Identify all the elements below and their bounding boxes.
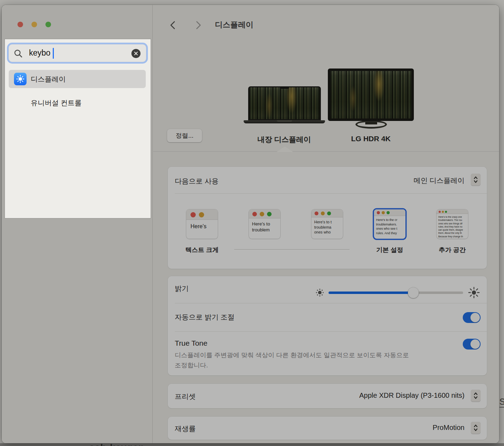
auto-brightness-toggle[interactable] xyxy=(463,312,481,323)
close-button[interactable] xyxy=(17,22,23,27)
monitor-foot xyxy=(355,120,387,129)
search-icon xyxy=(14,49,23,58)
text-cursor xyxy=(53,48,54,59)
search-result-label: 유니버설 컨트롤 xyxy=(31,98,82,108)
toggle-knob xyxy=(470,313,480,322)
sun-glyph xyxy=(16,74,25,84)
mini-titlebar xyxy=(186,209,218,220)
mini-text: Here's totroublem xyxy=(249,218,280,233)
builtin-display-label: 내장 디스플레이 xyxy=(247,135,321,144)
chevron-right-icon[interactable] xyxy=(193,20,203,30)
up-down-chevrons-icon xyxy=(473,176,478,184)
use-as-value: 메인 디스플레이 xyxy=(413,176,465,185)
mini-text: Here's to ttroublemaones who xyxy=(311,217,343,235)
scaling-label-more-space: 추가 공간 xyxy=(424,246,480,254)
brightness-slider[interactable] xyxy=(329,292,463,294)
search-input[interactable]: keybo xyxy=(8,44,146,62)
brightness-slider-knob[interactable] xyxy=(408,287,419,298)
up-down-chevrons-icon xyxy=(473,392,478,400)
selected-display-pointer xyxy=(276,146,293,152)
scaling-option-2[interactable]: Here's totroublem xyxy=(249,209,280,239)
true-tone-description: 디스플레이를 주변광에 맞춰 색상이 다른 환경에서도 일관적으로 보이도록 자… xyxy=(175,350,409,371)
refresh-rate-card: 재생률 ProMotion xyxy=(168,417,487,440)
search-result-display[interactable]: 디스플레이 xyxy=(9,70,146,88)
separator xyxy=(175,193,487,194)
up-down-chevrons-icon xyxy=(473,424,478,432)
resolution-card: 다음으로 사용 메인 디스플레이 Here's xyxy=(168,167,487,269)
use-as-stepper[interactable] xyxy=(471,174,481,186)
mini-text: Here's xyxy=(186,220,218,230)
scaling-option-larger-text[interactable]: Here's xyxy=(186,209,218,239)
use-as-label: 다음으로 사용 xyxy=(175,177,219,186)
brightness-label: 밝기 xyxy=(175,284,189,293)
laptop-base xyxy=(244,120,325,123)
refresh-rate-stepper[interactable] xyxy=(471,422,481,434)
background-partial-text: ssh-keygen xyxy=(89,443,145,446)
search-result-label: 디스플레이 xyxy=(31,74,66,84)
sidebar: keybo xyxy=(2,5,153,443)
preset-label: 프리셋 xyxy=(175,392,196,401)
lg-display-thumbnail[interactable] xyxy=(328,69,414,121)
system-settings-window: keybo xyxy=(2,5,499,443)
minimize-button[interactable] xyxy=(31,22,37,27)
clear-search-button[interactable] xyxy=(131,49,141,58)
lg-display-label: LG HDR 4K xyxy=(328,135,414,143)
laptop-notch xyxy=(280,87,289,89)
preset-card: 프리셋 Apple XDR Display (P3-1600 nits) xyxy=(168,384,487,408)
true-tone-label: True Tone xyxy=(175,339,207,347)
preset-stepper[interactable] xyxy=(471,390,481,402)
x-icon xyxy=(134,51,138,56)
mini-titlebar xyxy=(311,209,343,217)
separator xyxy=(175,303,487,303)
brightness-card: 밝기 xyxy=(168,276,487,375)
mini-text: Here's to the crtroublemakers.ones who s… xyxy=(374,216,405,235)
separator xyxy=(175,331,487,332)
scaling-option-3[interactable]: Here's to ttroublemaones who xyxy=(311,209,343,239)
scaling-connector-line xyxy=(234,249,350,250)
mini-titlebar xyxy=(437,209,468,214)
refresh-rate-label: 재생률 xyxy=(175,424,196,433)
builtin-display-thumbnail[interactable] xyxy=(248,86,321,120)
sun-small-icon xyxy=(315,287,325,298)
search-value: keybo xyxy=(29,48,50,58)
toggle-knob xyxy=(470,339,480,349)
brightness-slider-fill xyxy=(329,292,411,294)
zoom-button[interactable] xyxy=(45,22,51,27)
display-brightness-icon xyxy=(14,73,27,85)
auto-brightness-label: 자동으로 밝기 조절 xyxy=(175,312,235,322)
preset-value: Apple XDR Display (P3-1600 nits) xyxy=(359,391,465,400)
search-result-universal-control[interactable]: 유니버설 컨트롤 xyxy=(9,94,146,112)
mini-titlebar xyxy=(374,209,405,216)
background-window-strip: ssh-keygen xyxy=(0,443,504,446)
laptop-hinge xyxy=(277,120,292,122)
sun-large-icon xyxy=(468,286,480,299)
arrange-button[interactable]: 정렬... xyxy=(167,129,202,142)
scaling-label-default: 기본 설정 xyxy=(362,246,418,254)
display-picker-area xyxy=(153,5,499,152)
background-partial-letter: s xyxy=(499,394,504,408)
screenshot-stage: ssh-keygen s keybo xyxy=(0,0,504,446)
scaling-label-larger-text: 텍스트 크게 xyxy=(174,246,230,254)
mini-titlebar xyxy=(249,209,280,218)
chevron-left-icon[interactable] xyxy=(168,20,178,30)
scaling-option-more-space[interactable]: Here's to the crazy onetroublemakers. Th… xyxy=(437,209,468,239)
page-title: 디스플레이 xyxy=(215,20,253,30)
refresh-rate-value: ProMotion xyxy=(433,424,465,432)
scaling-option-default[interactable]: Here's to the crtroublemakers.ones who s… xyxy=(374,209,405,239)
mini-text: Here's to the crazy onetroublemakers. Th… xyxy=(437,214,468,238)
true-tone-toggle[interactable] xyxy=(463,339,481,350)
